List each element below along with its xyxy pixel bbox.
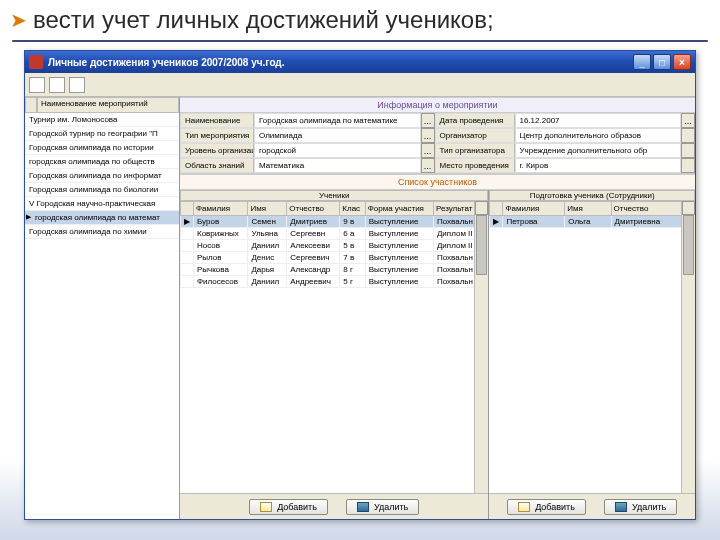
students-delete-button[interactable]: Удалить (346, 499, 419, 515)
table-row[interactable]: РыловДенисСергеевич7 вВыступлениеПохваль… (181, 252, 488, 264)
cell: 7 в (340, 252, 365, 264)
event-row[interactable]: V Городская научно-практическая (25, 197, 179, 211)
cell: Выступление (365, 264, 433, 276)
students-subheader: Ученики (180, 190, 488, 201)
marker-col (490, 202, 503, 216)
teachers-delete-button[interactable]: Удалить (604, 499, 677, 515)
students-add-button[interactable]: Добавить (249, 499, 328, 515)
column-header[interactable]: Форма участия (365, 202, 433, 216)
events-list[interactable]: Турнир им. ЛомоносоваГородской турнир по… (25, 113, 179, 519)
cell: Денис (248, 252, 287, 264)
info-field-picker[interactable]: ... (421, 158, 435, 173)
cell: Выступление (365, 216, 433, 228)
teachers-add-button[interactable]: Добавить (507, 499, 586, 515)
details-pane: Информация о мероприятии НаименованиеГор… (180, 97, 695, 519)
info-field-value[interactable]: 16.12.2007 (515, 113, 682, 128)
cell: Выступление (365, 240, 433, 252)
teachers-table[interactable]: ФамилияИмяОтчество▶ПетроваОльгаДмитриевн… (489, 201, 695, 228)
maximize-button[interactable]: □ (653, 54, 671, 70)
students-table[interactable]: ФамилияИмяОтчествоКласФорма участияРезул… (180, 201, 488, 288)
table-row[interactable]: НосовДаниилАлексееви5 вВыступлениеДиплом… (181, 240, 488, 252)
table-row[interactable]: ▶ПетроваОльгаДмитриевна (490, 216, 695, 228)
window-titlebar[interactable]: Личные достижения учеников 2007/2008 уч.… (25, 51, 695, 73)
close-button[interactable]: × (673, 54, 691, 70)
app-icon (29, 55, 43, 69)
title-underline (12, 40, 708, 42)
cell: Выступление (365, 228, 433, 240)
column-header[interactable]: Фамилия (503, 202, 565, 216)
event-row[interactable]: Городская олимпиада по истории (25, 141, 179, 155)
info-field-value[interactable]: Городская олимпиада по математике (254, 113, 421, 128)
info-field-label: Место проведения (435, 158, 515, 173)
column-header[interactable]: Фамилия (194, 202, 248, 216)
cell: Сергеевич (287, 252, 340, 264)
toolbar (25, 73, 695, 97)
participants-header: Список участников (180, 174, 695, 190)
event-row[interactable]: Городской турнир по географии "П (25, 127, 179, 141)
cell: Коврижных (194, 228, 248, 240)
event-row[interactable]: Турнир им. Ломоносова (25, 113, 179, 127)
column-header[interactable]: Отчество (287, 202, 340, 216)
toolbar-icon-1[interactable] (29, 77, 45, 93)
table-row[interactable]: ▶БуровСеменДмитриев9 вВыступлениеПохваль… (181, 216, 488, 228)
info-field-picker[interactable]: ... (421, 128, 435, 143)
cell: Семен (248, 216, 287, 228)
cell: Даниил (248, 240, 287, 252)
column-header[interactable]: Клас (340, 202, 365, 216)
events-header-label: Наименование мероприятий (37, 97, 179, 113)
info-field-picker[interactable]: ... (421, 113, 435, 128)
info-field-label: Дата проведения (435, 113, 515, 128)
add-label: Добавить (535, 502, 575, 512)
info-field-value[interactable]: Центр дополнительного образов (515, 128, 682, 143)
table-row[interactable]: КоврижныхУльянаСергеевн6 аВыступлениеДип… (181, 228, 488, 240)
teachers-button-row: Добавить Удалить (489, 493, 695, 519)
cell: Рычкова (194, 264, 248, 276)
cell: Александр (287, 264, 340, 276)
minimize-button[interactable]: _ (633, 54, 651, 70)
events-pane: Наименование мероприятий Турнир им. Ломо… (25, 97, 180, 519)
info-field-picker[interactable]: ... (421, 143, 435, 158)
students-button-row: Добавить Удалить (180, 493, 488, 519)
toolbar-icon-3[interactable] (69, 77, 85, 93)
row-marker (181, 276, 194, 288)
cell: Даниил (248, 276, 287, 288)
info-field-value[interactable]: городской (254, 143, 421, 158)
cell: Ульяна (248, 228, 287, 240)
add-icon (518, 502, 530, 512)
cell: Буров (194, 216, 248, 228)
table-row[interactable]: РычковаДарьяАлександр8 гВыступлениеПохва… (181, 264, 488, 276)
event-row[interactable]: Городская олимпиада по информат (25, 169, 179, 183)
app-window: Личные достижения учеников 2007/2008 уч.… (24, 50, 696, 520)
info-field-picker[interactable]: ... (681, 113, 695, 128)
delete-label: Удалить (374, 502, 408, 512)
info-field-value[interactable]: Учреждение дополнительного обр (515, 143, 682, 158)
row-marker (181, 228, 194, 240)
info-field-label: Уровень организации (180, 143, 254, 158)
marker-col (181, 202, 194, 216)
info-field-value[interactable]: Олимпиада (254, 128, 421, 143)
event-row[interactable]: городская олимпиада по обществ (25, 155, 179, 169)
column-header[interactable]: Имя (565, 202, 611, 216)
event-row[interactable]: городская олимпиада по математ (25, 211, 179, 225)
row-marker: ▶ (490, 216, 503, 228)
cell: 8 г (340, 264, 365, 276)
cell: Выступление (365, 276, 433, 288)
row-marker (181, 264, 194, 276)
row-marker (181, 252, 194, 264)
cell: Филосесов (194, 276, 248, 288)
teachers-scrollbar[interactable] (681, 201, 695, 493)
table-row[interactable]: ФилосесовДаниилАндреевич5 гВыступлениеПо… (181, 276, 488, 288)
event-row[interactable]: Городская олимпиада по биологии (25, 183, 179, 197)
event-row[interactable]: Городская олимпиада по химии (25, 225, 179, 239)
row-marker: ▶ (181, 216, 194, 228)
row-marker-header (25, 97, 37, 113)
students-scrollbar[interactable] (474, 201, 488, 493)
info-field-label: Наименование (180, 113, 254, 128)
info-field-value[interactable]: г. Киров (515, 158, 682, 173)
toolbar-icon-2[interactable] (49, 77, 65, 93)
delete-icon (357, 502, 369, 512)
cell: 5 г (340, 276, 365, 288)
info-field-value[interactable]: Математика (254, 158, 421, 173)
info-field-picker (681, 128, 695, 143)
column-header[interactable]: Имя (248, 202, 287, 216)
